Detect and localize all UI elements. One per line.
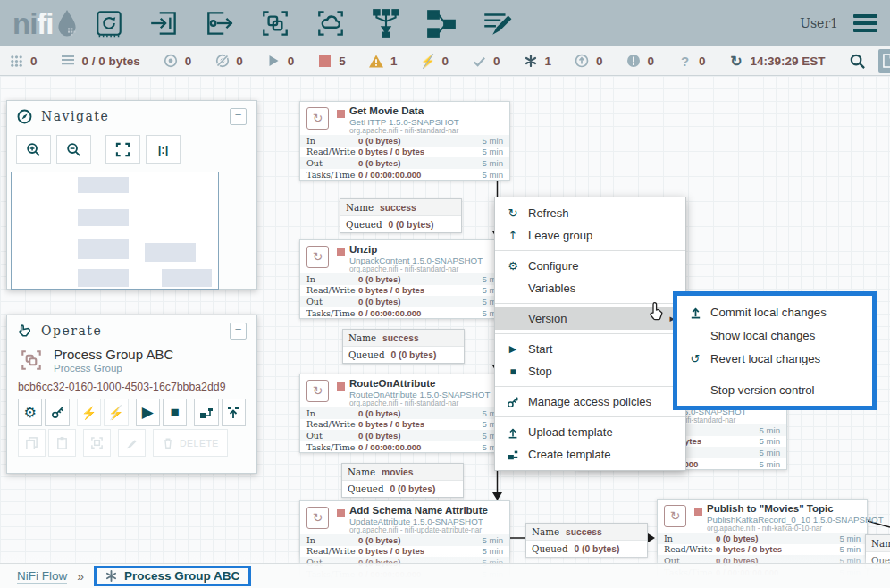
disabled-icon: ⚡ (420, 55, 435, 68)
menu-item-stop[interactable]: ■Stop (495, 360, 685, 382)
template-icon[interactable] (425, 7, 458, 39)
logo-text-fi: fi (37, 9, 53, 38)
menu-item-label: Commit local changes (710, 306, 827, 319)
menu-item-manage-access-policies[interactable]: Manage access policies (495, 391, 685, 413)
start-button[interactable]: ▶ (136, 399, 160, 426)
menu-item-variables[interactable]: Variables (495, 277, 685, 299)
processor-bundle: org.apache.nifi - nifi-update-attribute-… (349, 526, 509, 535)
menu-item-leave-group[interactable]: ↥Leave group (495, 224, 685, 247)
menu-item-stop-version-control[interactable]: Stop version control (677, 378, 872, 401)
status-not-transmitting: 0 (214, 54, 243, 68)
menu-item-commit-local-changes[interactable]: Commit local changes (677, 300, 872, 323)
menu-item-label: Manage access policies (528, 395, 651, 408)
menu-item-revert-local-changes[interactable]: ↺Revert local changes (677, 347, 872, 370)
menu-item-show-local-changes[interactable]: Show local changes (677, 323, 872, 347)
funnel-icon[interactable] (370, 7, 402, 39)
operate-title: Operate (41, 323, 102, 338)
app-header: nifi User1 (0, 0, 890, 46)
context-menu: ↻Refresh↥Leave group⚙ConfigureVariablesV… (494, 197, 686, 471)
processor-icon[interactable] (93, 7, 125, 39)
not-transmitting-icon (214, 54, 230, 68)
menu-item-label: Stop (528, 365, 552, 378)
stop-button[interactable]: ■ (163, 399, 187, 426)
connection-label-success[interactable]: Namesuccess Queued0 (0 bytes) (340, 198, 462, 233)
group-button (83, 429, 111, 457)
global-menu-icon[interactable] (853, 14, 877, 33)
stopped-status-badge (337, 110, 345, 118)
menu-item-label: Refresh (528, 206, 569, 220)
stat-row-out: Out0 (0 bytes)5 min (300, 430, 509, 441)
menu-item-refresh[interactable]: ↻Refresh (495, 202, 685, 224)
connection-label-success[interactable]: Namesuccess Queued0 (0 bytes) (342, 329, 465, 364)
navigate-header: Navigate − (7, 101, 256, 131)
actual-size-button[interactable]: |:| (146, 135, 181, 164)
leave-group-icon: ↥ (506, 229, 520, 242)
breadcrumb-root[interactable]: NiFi Flow (17, 569, 67, 584)
status-locally-modified: 1 (523, 55, 551, 68)
create-template-icon (506, 449, 520, 461)
stopped-status-badge (337, 382, 345, 391)
processor-get-movie-data[interactable]: ↻ Get Movie Data GetHTTP 1.5.0-SNAPSHOT … (299, 101, 510, 181)
input-port-icon[interactable] (148, 7, 181, 39)
processor-icon: ↻ (306, 507, 329, 529)
upload-template-button[interactable] (222, 399, 246, 426)
fit-view-button[interactable] (105, 135, 140, 164)
up-to-date-icon (472, 55, 487, 68)
access-policies-button[interactable] (45, 399, 69, 426)
status-invalid: 1 (369, 55, 398, 68)
menu-item-create-template[interactable]: Create template (495, 443, 685, 466)
paste-button (48, 429, 76, 457)
processor-icon: ↻ (306, 380, 329, 402)
label-icon[interactable] (481, 7, 513, 39)
flow-canvas[interactable]: ↻ Get Movie Data GetHTTP 1.5.0-SNAPSHOT … (0, 76, 890, 588)
processor-icon: ↻ (664, 505, 686, 527)
minimap-component (145, 243, 196, 262)
status-sync-failure: ?0 (677, 54, 706, 69)
stat-row-in: In0 (0 bytes)5 min (300, 273, 509, 285)
menu-divider (495, 333, 685, 334)
queued-icon (61, 55, 76, 67)
version-submenu: Commit local changesShow local changes↺R… (677, 296, 872, 406)
minimap-component (78, 269, 129, 287)
version-submenu-annotation: Commit local changesShow local changes↺R… (673, 291, 877, 410)
navigate-collapse-button[interactable]: − (230, 108, 247, 125)
configure-button[interactable]: ⚙ (18, 399, 42, 426)
search-icon[interactable] (849, 53, 866, 70)
active-threads-icon (9, 55, 24, 68)
processor-name: Get Movie Data (349, 105, 509, 117)
zoom-in-button[interactable] (16, 135, 51, 164)
bulletin-board-icon[interactable] (878, 49, 890, 73)
refresh-icon: ↻ (506, 206, 520, 220)
menu-item-label: Variables (528, 281, 575, 295)
menu-item-label: Revert local changes (710, 352, 820, 365)
current-user-label: User1 (800, 16, 838, 30)
output-port-icon[interactable] (204, 7, 236, 39)
menu-item-upload-template[interactable]: Upload template (495, 421, 685, 443)
refresh-icon: ↻ (728, 53, 743, 70)
start-icon: ▶ (506, 343, 520, 355)
menu-item-label: Leave group (528, 229, 592, 242)
process-group-icon[interactable] (259, 7, 291, 39)
component-toolbar (93, 7, 513, 39)
menu-item-start[interactable]: ▶Start (495, 338, 685, 360)
menu-item-configure[interactable]: ⚙Configure (495, 255, 685, 277)
stat-row-tasks-time: Tasks/Time0 / 00:00:00.0005 min (300, 441, 509, 453)
menu-divider (495, 386, 685, 387)
nifi-logo: nifi (13, 9, 79, 38)
birdseye-minimap[interactable] (11, 172, 219, 290)
zoom-out-button[interactable] (56, 135, 91, 164)
nifi-app: nifi User1 00 / 0 bytes00051⚡00100?0↻14:… (0, 0, 890, 588)
processor-routeonattribute[interactable]: ↻ RouteOnAttribute RouteOnAttribute 1.5.… (299, 374, 510, 453)
breadcrumb-current[interactable]: Process Group ABC (94, 566, 251, 586)
connection-label-movies[interactable]: Namemovies Queued0 (0 bytes) (341, 463, 464, 498)
breadcrumb-separator: » (77, 569, 84, 584)
menu-item-label: Version (528, 312, 567, 325)
remote-process-group-icon[interactable] (315, 7, 347, 39)
menu-divider (495, 416, 685, 417)
processor-unzip[interactable]: ↻ Unzip UnpackContent 1.5.0-SNAPSHOT org… (299, 239, 510, 319)
stat-row-read-write: Read/Write0 bytes / 0 bytes5 min (300, 546, 509, 558)
save-template-button[interactable] (194, 399, 218, 426)
connection-label-success[interactable]: Namesuccess Queued0 (0 bytes) (525, 523, 648, 558)
menu-item-label: Create template (528, 448, 611, 461)
operate-collapse-button[interactable]: − (230, 323, 247, 340)
